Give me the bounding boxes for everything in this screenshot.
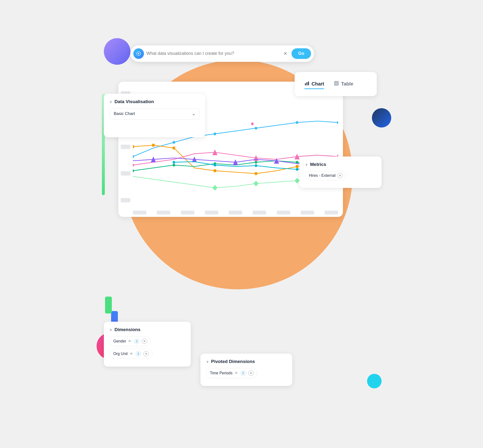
svg-rect-2	[305, 83, 306, 85]
svg-point-28	[133, 169, 134, 172]
pivoted-dimensions-panel: ∨ Pivoted Dimensions Time Periods 👁 1 ✕	[201, 353, 292, 386]
dimension-orgunit-eye-icon[interactable]: 👁	[130, 352, 133, 356]
dimension-orgunit-label: Org Unit	[113, 352, 128, 356]
svg-rect-24	[173, 147, 175, 150]
dimension-gender-eye-icon[interactable]: 👁	[128, 339, 132, 343]
tab-chart-label: Chart	[312, 81, 324, 87]
data-vis-title: Data Visualisation	[114, 99, 154, 104]
svg-point-44	[214, 163, 216, 166]
pivoted-timeperiods-eye-icon[interactable]: 👁	[234, 371, 238, 375]
dimension-chip-orgunit: Org Unit 👁 1 ✕	[110, 349, 152, 359]
chart-type-chevron: ⌄	[192, 111, 195, 116]
pivoted-timeperiods-count: 1	[240, 370, 246, 376]
svg-marker-41	[294, 178, 299, 184]
data-vis-header: ∨ Data Visualisation	[110, 99, 200, 104]
svg-rect-5	[334, 81, 338, 86]
search-bar: ✕ Go	[130, 45, 314, 62]
svg-rect-26	[255, 172, 258, 175]
pivoted-timeperiods-remove-button[interactable]: ✕	[248, 370, 254, 376]
metrics-chevron: ∨	[305, 162, 308, 166]
y-label	[121, 171, 130, 176]
search-ai-icon	[133, 48, 144, 59]
metrics-title: Metrics	[310, 162, 326, 167]
svg-marker-40	[253, 181, 258, 186]
svg-rect-4	[308, 82, 309, 86]
svg-point-43	[173, 160, 175, 163]
x-label	[277, 211, 290, 215]
search-clear-button[interactable]: ✕	[281, 50, 289, 57]
dimension-gender-count: 1	[134, 338, 140, 344]
x-label	[157, 211, 170, 215]
x-label	[325, 211, 338, 215]
chart-type-dropdown[interactable]: Basic Chart ⌄	[110, 108, 200, 120]
dimensions-chevron: ∨	[110, 328, 112, 332]
dimension-orgunit-remove-button[interactable]: ✕	[144, 351, 149, 356]
dimension-orgunit-count: 1	[135, 351, 142, 357]
chart-type-value: Basic Chart	[114, 111, 135, 116]
svg-point-29	[173, 163, 175, 166]
x-label	[133, 211, 146, 215]
tab-chart[interactable]: Chart	[299, 78, 329, 90]
metric-chip-hires-external: Hires - External ✕	[305, 171, 346, 180]
data-visualisation-panel: ∨ Data Visualisation Basic Chart ⌄	[104, 94, 205, 137]
dimension-chip-gender: Gender 👁 1 ✕	[110, 336, 151, 346]
x-label	[181, 211, 194, 215]
x-axis-labels	[133, 211, 338, 215]
metrics-header: ∨ Metrics	[305, 162, 376, 167]
svg-point-11	[173, 141, 175, 144]
metric-hires-external-label: Hires - External	[309, 173, 335, 178]
svg-marker-39	[212, 185, 217, 191]
svg-point-13	[255, 127, 258, 129]
svg-rect-27	[296, 165, 298, 168]
pivoted-timeperiods-label: Time Periods	[210, 371, 233, 375]
table-tab-icon	[334, 81, 339, 87]
pivoted-header: ∨ Pivoted Dimensions	[206, 359, 286, 364]
svg-point-10	[133, 155, 134, 158]
svg-point-12	[214, 132, 216, 135]
dimension-gender-label: Gender	[113, 339, 126, 344]
svg-point-45	[255, 164, 258, 167]
dimension-gender-remove-button[interactable]: ✕	[142, 339, 147, 344]
dimensions-title: Dimensions	[114, 327, 141, 332]
deco-purple-circle	[104, 38, 130, 65]
pivoted-chip-timeperiods: Time Periods 👁 1 ✕	[206, 368, 257, 378]
tab-table-label: Table	[341, 81, 353, 87]
view-tabs-panel: Chart Table	[295, 72, 377, 96]
svg-rect-23	[152, 144, 155, 147]
x-label	[301, 211, 314, 215]
pivoted-title: Pivoted Dimensions	[211, 359, 255, 364]
deco-green-rect	[105, 296, 112, 313]
svg-point-14	[296, 121, 298, 124]
svg-rect-25	[214, 169, 216, 172]
svg-rect-22	[133, 145, 134, 148]
search-input[interactable]	[146, 51, 279, 56]
dimensions-panel: ∨ Dimensions Gender 👁 1 ✕ Org Unit 👁 1 ✕	[104, 322, 191, 367]
svg-point-31	[255, 160, 258, 163]
x-label	[229, 211, 242, 215]
svg-point-17	[250, 122, 254, 126]
svg-point-15	[337, 121, 338, 124]
deco-blue-circle	[372, 108, 391, 128]
svg-rect-3	[306, 82, 307, 85]
search-go-button[interactable]: Go	[291, 48, 311, 59]
tab-table[interactable]: Table	[329, 78, 358, 90]
metrics-panel: ∨ Metrics Hires - External ✕	[299, 157, 382, 188]
y-label	[121, 198, 130, 202]
pivoted-chevron: ∨	[206, 360, 209, 363]
svg-point-16	[133, 163, 134, 166]
svg-point-1	[138, 53, 139, 54]
metric-hires-external-remove-button[interactable]: ✕	[337, 173, 343, 178]
x-label	[253, 211, 266, 215]
dimensions-header: ∨ Dimensions	[110, 327, 185, 332]
data-vis-chevron: ∨	[110, 100, 112, 104]
chart-tab-icon	[304, 81, 310, 87]
svg-point-46	[296, 168, 298, 171]
x-label	[205, 211, 218, 215]
deco-teal-circle	[367, 374, 382, 388]
y-label	[121, 145, 130, 149]
